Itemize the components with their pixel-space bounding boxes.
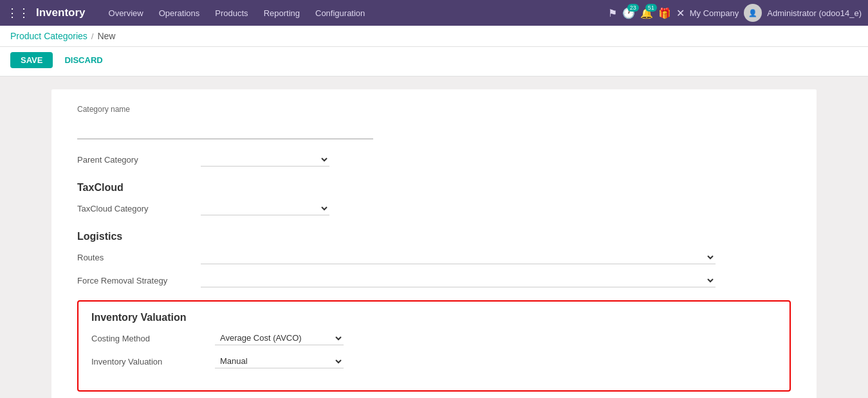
- category-name-input[interactable]: [77, 115, 373, 140]
- parent-category-label: Parent Category: [77, 155, 193, 165]
- nav-operations[interactable]: Operations: [152, 5, 207, 22]
- clock-badge: 23: [627, 4, 639, 12]
- discard-button[interactable]: DISCARD: [58, 52, 109, 68]
- close-icon[interactable]: ✕: [676, 7, 685, 19]
- grid-icon[interactable]: ⋮⋮: [6, 6, 30, 20]
- top-navigation: ⋮⋮ Inventory Overview Operations Product…: [0, 0, 868, 26]
- gift-icon[interactable]: 🎁: [658, 7, 671, 19]
- taxcloud-category-select[interactable]: [201, 201, 329, 215]
- force-removal-label: Force Removal Strategy: [77, 276, 193, 285]
- avatar[interactable]: 👤: [744, 4, 762, 22]
- category-name-label: Category name: [77, 105, 791, 114]
- nav-links: Overview Operations Products Reporting C…: [102, 5, 604, 22]
- inventory-valuation-box: Inventory Valuation Costing Method Avera…: [77, 300, 791, 392]
- inventory-valuation-section-title: Inventory Valuation: [91, 312, 777, 323]
- main-content: Category name Parent Category TaxCloud T…: [0, 77, 868, 398]
- nav-configuration[interactable]: Configuration: [309, 5, 371, 22]
- save-button[interactable]: SAVE: [10, 52, 53, 68]
- form-card: Category name Parent Category TaxCloud T…: [51, 89, 817, 398]
- breadcrumb-current: New: [97, 31, 115, 41]
- routes-select[interactable]: [201, 250, 716, 264]
- nav-reporting[interactable]: Reporting: [257, 5, 306, 22]
- star-icon[interactable]: ⚑: [608, 7, 617, 19]
- nav-products[interactable]: Products: [208, 5, 254, 22]
- taxcloud-category-label: TaxCloud Category: [77, 204, 193, 213]
- nav-right-icons: ⚑ 🕐 23 🔔 51 🎁 ✕ My Company 👤 Administrat…: [608, 4, 862, 22]
- bell-badge: 51: [645, 4, 657, 12]
- breadcrumb: Product Categories / New: [0, 26, 868, 47]
- costing-method-label: Costing Method: [91, 334, 207, 343]
- inventory-valuation-field-label: Inventory Valuation: [91, 357, 207, 366]
- action-bar: SAVE DISCARD: [0, 47, 868, 77]
- category-name-section: Category name: [77, 105, 791, 152]
- routes-row: Routes: [77, 250, 791, 264]
- taxcloud-category-row: TaxCloud Category: [77, 201, 791, 215]
- force-removal-row: Force Removal Strategy: [77, 273, 791, 287]
- routes-label: Routes: [77, 253, 193, 262]
- inventory-valuation-row: Inventory Valuation Manual: [91, 354, 777, 368]
- nav-overview[interactable]: Overview: [102, 5, 150, 22]
- app-name: Inventory: [36, 6, 86, 19]
- bell-icon[interactable]: 🔔 51: [640, 7, 653, 19]
- breadcrumb-parent[interactable]: Product Categories: [10, 31, 88, 41]
- force-removal-select[interactable]: [201, 273, 716, 287]
- parent-category-row: Parent Category: [77, 152, 791, 167]
- company-name[interactable]: My Company: [690, 8, 739, 18]
- costing-method-row: Costing Method Average Cost (AVCO): [91, 331, 777, 345]
- breadcrumb-separator: /: [91, 32, 94, 41]
- parent-category-select[interactable]: [201, 152, 329, 167]
- user-name[interactable]: Administrator (odoo14_e): [767, 8, 862, 18]
- costing-method-select[interactable]: Average Cost (AVCO): [215, 331, 344, 345]
- taxcloud-section-title: TaxCloud: [77, 182, 791, 194]
- inventory-valuation-select[interactable]: Manual: [215, 354, 344, 368]
- logistics-section-title: Logistics: [77, 231, 791, 242]
- clock-icon[interactable]: 🕐 23: [622, 7, 635, 19]
